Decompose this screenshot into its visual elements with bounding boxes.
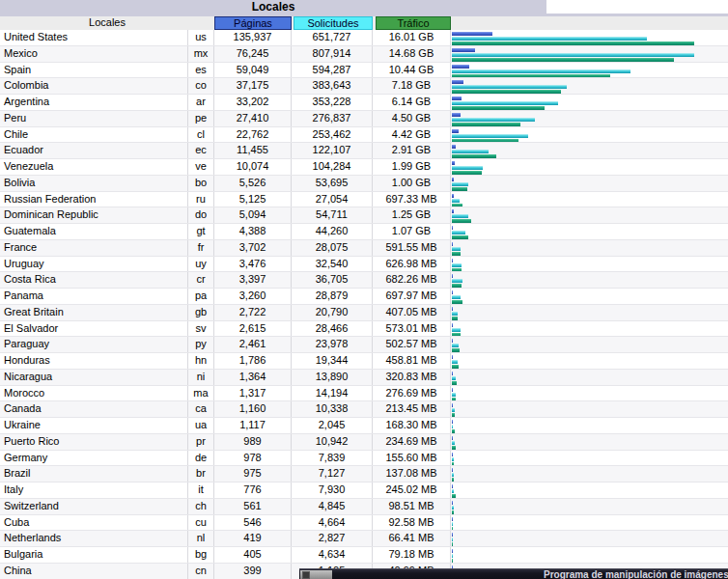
pages-value: 5,526	[214, 176, 292, 191]
table-row: Bolivia bo 5,526 53,695 1.00 GB	[0, 176, 728, 192]
table-row: Venezuela ve 10,074 104,284 1.99 GB	[0, 159, 728, 176]
bar-group	[451, 176, 728, 191]
traffic-bar	[452, 462, 454, 466]
table-row: Chile cl 22,762 253,462 4.42 GB	[0, 127, 728, 144]
table-row: Uruguay uy 3,476 32,540 626.98 MB	[0, 257, 728, 273]
requests-value: 4,845	[292, 499, 373, 514]
traffic-bar	[452, 90, 561, 94]
traffic-bar	[452, 106, 545, 110]
bar-group	[451, 434, 728, 450]
traffic-bar	[452, 317, 458, 320]
pages-bar	[452, 178, 454, 181]
table-row: Argentina ar 33,202 353,228 6.14 GB	[0, 95, 728, 111]
country-code: it	[188, 482, 214, 498]
requests-bar	[452, 506, 454, 510]
table-row: France fr 3,702 28,075 591.55 MB	[0, 240, 728, 257]
country-name: Canada	[0, 401, 188, 417]
requests-value: 10,338	[292, 401, 373, 417]
country-code: ni	[188, 370, 214, 385]
requests-bar	[452, 376, 456, 380]
country-name: Argentina	[0, 95, 188, 110]
window-tab[interactable]	[300, 570, 332, 579]
requests-value: 4,634	[292, 547, 373, 563]
bar-group	[451, 257, 728, 272]
traffic-bar	[452, 429, 455, 433]
bar-group	[451, 418, 728, 433]
page-title: Locales	[0, 0, 546, 14]
traffic-bar	[452, 187, 467, 191]
country-name: Russian Federation	[0, 192, 188, 207]
pages-value: 2,615	[214, 321, 292, 337]
table-row: Ukraine ua 1,117 2,045 168.30 MB	[0, 418, 728, 434]
bar-group	[451, 272, 728, 288]
requests-value: 7,839	[292, 451, 373, 466]
requests-bar	[452, 150, 489, 153]
table-row: Nicaragua ni 1,364 13,890 320.83 MB	[0, 370, 728, 386]
pages-bar	[452, 161, 455, 165]
traffic-value: 458.81 MB	[373, 353, 451, 369]
table-row: Switzerland ch 561 4,845 98.51 MB	[0, 499, 728, 515]
requests-bar	[452, 134, 528, 138]
traffic-value: 16.01 GB	[373, 30, 451, 45]
country-code: es	[188, 63, 214, 78]
pages-bar	[452, 355, 453, 359]
requests-value: 807,914	[292, 46, 373, 62]
country-name: Puerto Rico	[0, 434, 188, 450]
pages-bar	[452, 48, 475, 52]
pages-bar	[452, 339, 453, 343]
country-name: Great Britain	[0, 305, 188, 320]
pages-value: 4,388	[214, 224, 292, 239]
table-row: Mexico mx 76,245 807,914 14.68 GB	[0, 46, 728, 63]
requests-value: 383,643	[292, 78, 373, 94]
gimp-window-icon	[302, 571, 310, 579]
requests-bar	[452, 554, 453, 558]
pages-value: 561	[214, 499, 292, 514]
requests-value: 2,827	[292, 531, 373, 546]
table-header: Locales Páginas Solicitudes Tráfico	[0, 16, 728, 30]
pages-value: 3,702	[214, 240, 292, 256]
pages-value: 76,245	[214, 46, 292, 62]
pages-bar	[452, 113, 461, 117]
bar-group	[451, 321, 728, 337]
pages-bar	[452, 420, 453, 424]
bar-group	[451, 531, 728, 546]
window-titlebar-overlay[interactable]: Programa de manipulación de imágenes	[299, 568, 728, 579]
country-name: Italy	[0, 482, 188, 498]
table-row: Honduras hn 1,786 19,344 458.81 MB	[0, 353, 728, 370]
country-name: Guatemala	[0, 224, 188, 239]
requests-bar	[452, 473, 454, 477]
country-name: Honduras	[0, 353, 188, 369]
table-row: El Salvador sv 2,615 28,466 573.01 MB	[0, 321, 728, 338]
table-row: Brazil br 975 7,127 137.08 MB	[0, 466, 728, 482]
country-code: gb	[188, 305, 214, 320]
pages-value: 1,160	[214, 401, 292, 417]
bar-group	[451, 240, 728, 256]
country-code: ma	[188, 386, 214, 401]
requests-bar	[452, 37, 647, 41]
bar-group	[451, 127, 728, 143]
bar-group	[451, 46, 728, 62]
traffic-bar	[452, 284, 462, 288]
traffic-value: 320.83 MB	[373, 370, 451, 385]
pages-value: 22,762	[214, 127, 292, 143]
traffic-value: 66.41 MB	[373, 531, 451, 546]
pages-bar	[452, 129, 459, 133]
section-title-row: Locales	[0, 0, 728, 14]
pages-bar	[452, 468, 453, 472]
traffic-bar	[452, 171, 482, 175]
requests-bar	[452, 312, 458, 316]
requests-bar	[452, 53, 694, 57]
country-code: br	[188, 466, 214, 482]
pages-value: 3,476	[214, 257, 292, 272]
bar-group	[451, 207, 728, 223]
bar-group	[451, 353, 728, 369]
traffic-value: 502.57 MB	[373, 337, 451, 352]
bar-group	[451, 63, 728, 78]
traffic-value: 14.68 GB	[373, 46, 451, 62]
pages-bar	[452, 96, 462, 100]
country-code: pe	[188, 111, 214, 126]
requests-bar	[452, 328, 461, 332]
requests-value: 10,942	[292, 434, 373, 450]
traffic-value: 2.91 GB	[373, 143, 451, 158]
country-name: United States	[0, 30, 188, 45]
